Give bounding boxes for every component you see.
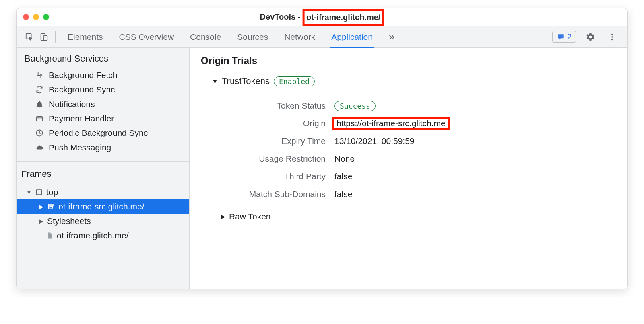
- issues-icon: [557, 33, 565, 41]
- chevron-down-icon: ▼: [212, 78, 218, 85]
- file-icon: [46, 232, 54, 240]
- sidebar-item-label: Background Fetch: [49, 70, 117, 80]
- frame-child-selected[interactable]: ▶ ot-iframe-src.glitch.me/: [17, 199, 189, 214]
- svg-point-4: [611, 36, 613, 38]
- card-icon: [35, 115, 44, 123]
- minimize-window-button[interactable]: [33, 14, 39, 20]
- subdomains-value: false: [334, 189, 352, 199]
- svg-rect-6: [37, 117, 43, 121]
- sidebar-item-label: Periodic Background Sync: [49, 128, 148, 138]
- tab-application[interactable]: Application: [331, 26, 373, 47]
- bell-icon: [35, 100, 44, 108]
- chevron-down-icon: ▼: [26, 189, 32, 195]
- issues-count: 2: [567, 32, 572, 41]
- usage-value: None: [334, 154, 355, 164]
- enabled-badge: Enabled: [274, 76, 315, 86]
- tab-network[interactable]: Network: [284, 26, 315, 47]
- window-title: DevTools - ot-iframe.glitch.me/: [260, 9, 384, 26]
- titlebar: DevTools - ot-iframe.glitch.me/: [17, 8, 627, 26]
- raw-token-label: Raw Token: [229, 212, 271, 221]
- tab-sources[interactable]: Sources: [237, 26, 268, 47]
- svg-point-5: [611, 39, 613, 40]
- chevron-right-icon: ▶: [220, 213, 226, 220]
- sidebar-item-payment-handler[interactable]: Payment Handler: [17, 111, 189, 126]
- panel-tabs: Elements CSS Overview Console Sources Ne…: [68, 26, 552, 47]
- sidebar-item-background-fetch[interactable]: Background Fetch: [17, 68, 189, 82]
- sidebar-item-periodic-sync[interactable]: Periodic Background Sync: [17, 126, 189, 140]
- kv-label: Usage Restriction: [225, 154, 326, 164]
- kv-subdomains: Match Sub-Domains false: [225, 185, 616, 203]
- main-area: Background Services Background Fetch Bac…: [17, 48, 627, 289]
- bg-services-title: Background Services: [17, 48, 189, 68]
- sidebar-divider: [17, 161, 189, 162]
- sidebar-item-background-sync[interactable]: Background Sync: [17, 82, 189, 97]
- svg-rect-13: [50, 206, 53, 208]
- close-window-button[interactable]: [23, 14, 29, 20]
- inspect-element-icon[interactable]: [22, 30, 37, 44]
- kv-label: Token Status: [225, 101, 326, 111]
- frame-label: top: [46, 187, 58, 197]
- frames-tree: ▼ top ▶ ot-iframe-src.glitch.me/ ▶ Style…: [17, 183, 189, 243]
- chevron-right-icon: ▶: [38, 218, 44, 224]
- toolbar-separator: [55, 31, 56, 43]
- kv-expiry: Expiry Time 13/10/2021, 00:59:59: [225, 132, 616, 150]
- window-title-url: ot-iframe.glitch.me/: [303, 9, 384, 26]
- content-heading: Origin Trials: [201, 55, 616, 66]
- svg-rect-9: [36, 190, 42, 195]
- sync-icon: [35, 86, 44, 94]
- kv-label: Expiry Time: [225, 136, 326, 146]
- window-icon: [35, 189, 43, 196]
- raw-token-expander[interactable]: ▶ Raw Token: [220, 212, 616, 221]
- bg-services-list: Background Fetch Background Sync Notific…: [17, 68, 189, 158]
- toolbar-right: 2: [552, 30, 622, 44]
- issues-indicator[interactable]: 2: [552, 31, 576, 43]
- trial-details: Token Status Success Origin https://ot-i…: [225, 97, 616, 203]
- kv-origin: Origin https://ot-iframe-src.glitch.me: [225, 115, 616, 132]
- kv-usage: Usage Restriction None: [225, 150, 616, 168]
- frame-leaf[interactable]: ot-iframe.glitch.me/: [17, 228, 189, 243]
- devtools-window: DevTools - ot-iframe.glitch.me/ Elements…: [16, 8, 628, 289]
- tab-css-overview[interactable]: CSS Overview: [119, 26, 174, 47]
- frame-label: ot-iframe-src.glitch.me/: [58, 202, 144, 211]
- sidebar-item-label: Push Messaging: [49, 143, 111, 152]
- devtools-toolbar: Elements CSS Overview Console Sources Ne…: [17, 26, 627, 48]
- frame-label: ot-iframe.glitch.me/: [57, 231, 129, 240]
- kv-token-status: Token Status Success: [225, 97, 616, 115]
- traffic-lights: [23, 14, 49, 20]
- expiry-value: 13/10/2021, 00:59:59: [334, 136, 415, 146]
- sidebar-item-label: Background Sync: [49, 85, 115, 94]
- kv-label: Origin: [225, 119, 326, 128]
- window-title-prefix: DevTools -: [260, 12, 303, 22]
- kv-label: Match Sub-Domains: [225, 189, 326, 199]
- more-tabs-button[interactable]: »: [389, 26, 394, 47]
- tab-elements[interactable]: Elements: [68, 26, 103, 47]
- sidebar-item-label: Notifications: [49, 99, 95, 109]
- trial-name: TrustTokens: [222, 76, 270, 86]
- success-badge: Success: [334, 101, 376, 111]
- clock-icon: [35, 129, 44, 137]
- third-party-value: false: [334, 172, 352, 181]
- svg-rect-2: [44, 35, 47, 40]
- frames-title: Frames: [17, 165, 189, 183]
- sidebar-item-label: Payment Handler: [49, 114, 114, 123]
- tab-console[interactable]: Console: [190, 26, 221, 47]
- maximize-window-button[interactable]: [43, 14, 49, 20]
- sidebar-item-notifications[interactable]: Notifications: [17, 97, 189, 111]
- settings-icon[interactable]: [583, 30, 598, 44]
- svg-point-3: [611, 33, 613, 35]
- fetch-icon: [35, 71, 44, 79]
- origin-value: https://ot-iframe-src.glitch.me: [332, 117, 450, 130]
- kv-label: Third Party: [225, 172, 326, 181]
- frame-stylesheets[interactable]: ▶ Stylesheets: [17, 214, 189, 228]
- trial-row[interactable]: ▼ TrustTokens Enabled: [212, 76, 616, 86]
- frame-top[interactable]: ▼ top: [17, 185, 189, 199]
- cloud-icon: [35, 144, 44, 151]
- chevron-right-icon: ▶: [38, 203, 44, 210]
- kebab-menu-icon[interactable]: [605, 30, 619, 44]
- content-pane: Origin Trials ▼ TrustTokens Enabled Toke…: [190, 48, 627, 289]
- application-sidebar: Background Services Background Fetch Bac…: [17, 48, 190, 289]
- kv-third-party: Third Party false: [225, 168, 616, 185]
- frame-label: Stylesheets: [47, 216, 91, 226]
- sidebar-item-push-messaging[interactable]: Push Messaging: [17, 140, 189, 155]
- device-toggle-icon[interactable]: [37, 30, 51, 44]
